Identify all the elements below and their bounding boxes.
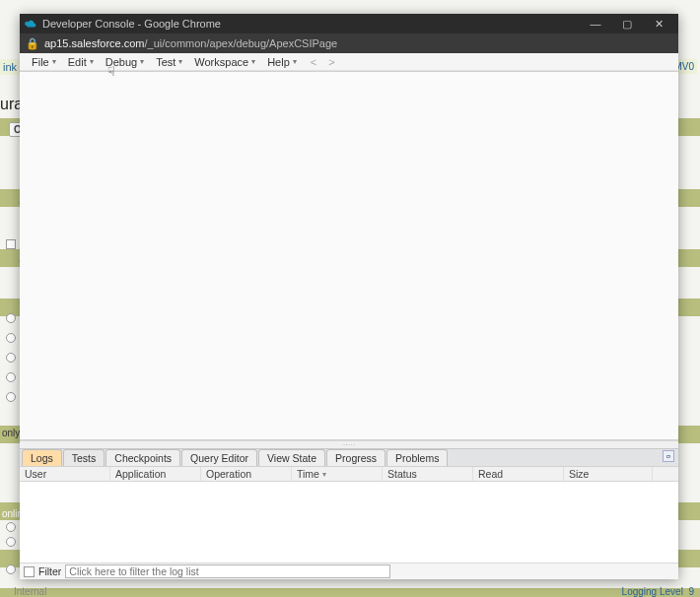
close-button[interactable]: ✕ [643, 14, 674, 33]
column-read[interactable]: Read [473, 467, 564, 481]
menu-file[interactable]: File▾ [26, 54, 62, 70]
minimize-button[interactable]: — [580, 14, 611, 33]
tab-problems[interactable]: Problems [386, 449, 448, 466]
editor-workspace[interactable] [20, 72, 678, 440]
address-bar[interactable]: 🔒 ap15.salesforce.com/_ui/common/apex/de… [20, 33, 678, 53]
bg-radio [6, 392, 16, 402]
bg-radio [6, 353, 16, 363]
bg-radio [6, 313, 16, 323]
panel-resize-handle[interactable]: ····· [20, 440, 678, 448]
bg-radio [6, 372, 16, 382]
salesforce-cloud-icon [24, 17, 37, 31]
caret-down-icon: ▾ [251, 57, 255, 66]
tab-checkpoints[interactable]: Checkpoints [105, 449, 180, 466]
column-status[interactable]: Status [383, 467, 473, 481]
footer-logging-level: Logging Level 9 [622, 586, 694, 597]
tab-progress[interactable]: Progress [326, 449, 385, 466]
tab-view-state[interactable]: View State [258, 449, 325, 466]
column-size[interactable]: Size [564, 467, 653, 481]
sort-desc-icon: ▾ [322, 470, 326, 479]
window-title: Developer Console - Google Chrome [42, 18, 221, 30]
nav-forward-button[interactable]: > [326, 56, 336, 68]
tab-query-editor[interactable]: Query Editor [181, 449, 257, 466]
bg-radio [6, 564, 16, 574]
browser-window: Developer Console - Google Chrome — ▢ ✕ … [20, 14, 678, 579]
url-host: ap15.salesforce.com [44, 37, 145, 49]
footer-internal-label: Internal [14, 586, 46, 597]
logs-grid-header: User Application Operation Time▾ Status … [20, 466, 678, 482]
caret-down-icon: ▾ [140, 57, 144, 66]
filter-label: Filter [38, 565, 61, 577]
caret-down-icon: ▾ [293, 57, 297, 66]
bg-radio [6, 333, 16, 343]
bg-radio [6, 537, 16, 547]
menu-test[interactable]: Test▾ [150, 54, 188, 70]
bottom-panel-tabs: Logs Tests Checkpoints Query Editor View… [20, 448, 678, 466]
caret-down-icon: ▾ [90, 57, 94, 66]
menu-workspace[interactable]: Workspace▾ [188, 54, 261, 70]
url-path: /_ui/common/apex/debug/ApexCSIPage [145, 37, 338, 49]
logs-filter-bar: Filter [20, 563, 678, 579]
maximize-button[interactable]: ▢ [611, 14, 643, 33]
filter-input[interactable] [65, 564, 390, 578]
column-user[interactable]: User [20, 467, 110, 481]
bg-checkbox [6, 239, 16, 249]
column-operation[interactable]: Operation [201, 467, 292, 481]
column-time[interactable]: Time▾ [292, 467, 383, 481]
menu-help[interactable]: Help▾ [261, 54, 303, 70]
menu-edit[interactable]: Edit▾ [62, 54, 100, 70]
dev-console-menubar: File▾ Edit▾ Debug▾ ☟ Test▾ Workspace▾ He… [20, 53, 678, 71]
panel-collapse-button[interactable]: ¤ [663, 450, 674, 462]
bg-radio [6, 522, 16, 532]
window-titlebar[interactable]: Developer Console - Google Chrome — ▢ ✕ [20, 14, 678, 33]
tab-tests[interactable]: Tests [63, 449, 105, 466]
column-spacer [653, 467, 678, 481]
column-application[interactable]: Application [110, 467, 201, 481]
caret-down-icon: ▾ [178, 57, 182, 66]
nav-back-button[interactable]: < [309, 56, 318, 68]
logs-grid-body[interactable] [20, 482, 678, 563]
tab-logs[interactable]: Logs [22, 449, 62, 466]
caret-down-icon: ▾ [52, 57, 56, 66]
lock-icon: 🔒 [26, 37, 39, 50]
menu-debug[interactable]: Debug▾ ☟ [100, 54, 150, 70]
filter-checkbox[interactable] [24, 566, 35, 577]
